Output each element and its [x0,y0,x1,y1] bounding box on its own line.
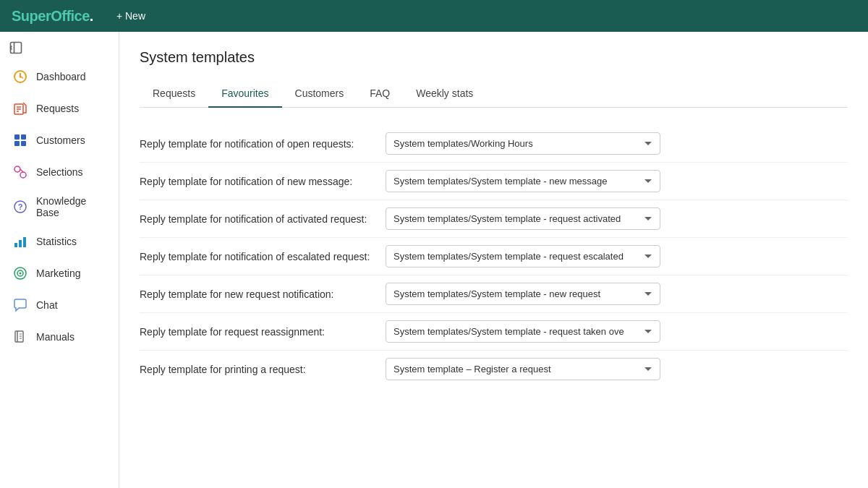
sidebar-item-marketing[interactable]: Marketing [0,257,119,289]
svg-rect-16 [14,243,17,247]
knowledge-base-icon: ? [12,198,29,215]
svg-rect-0 [11,43,22,53]
sidebar-item-label: Knowledge Base [36,195,107,218]
sidebar-item-label: Customers [36,134,85,146]
form-select-wrap: System template – Register a request [386,358,660,380]
selections-icon [12,163,29,181]
tab-weekly-stats[interactable]: Weekly stats [403,80,486,108]
sidebar-item-label: Chat [36,299,58,311]
sidebar-item-label: Requests [36,103,79,114]
sidebar-item-knowledge-base[interactable]: ? Knowledge Base [0,188,119,226]
select-escalated-request[interactable]: System templates/System template - reque… [386,245,660,267]
form-label: Reply template for notification of open … [140,138,386,150]
form-row-new-request-notification: Reply template for new request notificat… [140,275,848,313]
form-row-activated-request: Reply template for notification of activ… [140,200,848,238]
svg-point-12 [14,166,20,172]
form-select-wrap: System templates/System template - reque… [386,245,660,267]
select-new-message[interactable]: System templates/System template - new m… [386,170,660,192]
svg-rect-18 [23,237,26,247]
svg-rect-10 [14,141,20,146]
tab-customers[interactable]: Customers [282,80,357,108]
form-select-wrap: System templates/System template - new r… [386,283,660,305]
sidebar-item-chat[interactable]: Chat [0,289,119,321]
tabs: Requests Favourites Customers FAQ Weekly… [140,80,848,108]
form-select-wrap: System templates/System template - reque… [386,207,660,230]
select-activated-request[interactable]: System templates/System template - reque… [386,207,660,230]
form-row-printing-request: Reply template for printing a request: S… [140,351,848,388]
sidebar-item-statistics[interactable]: Statistics [0,226,119,257]
statistics-icon [12,233,29,250]
manuals-icon [12,328,29,346]
svg-text:?: ? [18,202,23,211]
form-section: Reply template for notification of open … [140,125,848,388]
svg-rect-17 [19,240,22,247]
form-label: Reply template for request reassignment: [140,326,386,338]
form-label: Reply template for new request notificat… [140,288,386,300]
topbar: SuperOffice. + New [0,0,868,32]
svg-rect-9 [21,134,26,140]
form-row-new-message: Reply template for notification of new m… [140,163,848,200]
customers-icon [12,132,29,149]
svg-rect-22 [15,331,23,342]
sidebar-collapse-button[interactable] [0,35,119,61]
form-label: Reply template for notification of escal… [140,251,386,262]
page-title: System templates [140,49,848,66]
select-request-reassignment[interactable]: System templates/System template - reque… [386,320,660,343]
tab-faq[interactable]: FAQ [357,80,403,108]
sidebar-item-label: Manuals [36,331,75,343]
form-row-escalated-request: Reply template for notification of escal… [140,238,848,275]
sidebar-item-dashboard[interactable]: Dashboard [0,61,119,93]
dashboard-icon [12,68,29,85]
sidebar-item-label: Statistics [36,236,77,247]
tab-favourites[interactable]: Favourites [208,80,281,108]
form-row-open-requests: Reply template for notification of open … [140,125,848,163]
select-open-requests[interactable]: System templates/Working Hours [386,132,660,155]
svg-rect-8 [14,134,20,140]
form-label: Reply template for notification of activ… [140,213,386,225]
sidebar-item-manuals[interactable]: Manuals [0,321,119,353]
marketing-icon [12,265,29,282]
tab-requests[interactable]: Requests [140,80,208,108]
form-row-request-reassignment: Reply template for request reassignment:… [140,313,848,351]
svg-rect-11 [21,141,26,146]
main-content: System templates Requests Favourites Cus… [119,32,868,488]
form-label: Reply template for notification of new m… [140,176,386,187]
select-printing-request[interactable]: System template – Register a request [386,358,660,380]
sidebar-item-selections[interactable]: Selections [0,156,119,188]
form-label: Reply template for printing a request: [140,364,386,375]
sidebar-item-label: Dashboard [36,71,86,82]
sidebar-item-requests[interactable]: Requests [0,93,119,124]
form-select-wrap: System templates/Working Hours [386,132,660,155]
sidebar-item-label: Marketing [36,267,80,279]
form-select-wrap: System templates/System template - new m… [386,170,660,192]
sidebar: Dashboard Requests [0,32,119,488]
sidebar-item-label: Selections [36,166,83,178]
sidebar-item-customers[interactable]: Customers [0,124,119,156]
form-select-wrap: System templates/System template - reque… [386,320,660,343]
layout: Dashboard Requests [0,32,868,488]
chat-icon [12,296,29,314]
logo: SuperOffice. [12,8,93,25]
select-new-request-notification[interactable]: System templates/System template - new r… [386,283,660,305]
svg-point-13 [20,172,26,178]
svg-point-3 [20,76,22,78]
svg-point-21 [20,273,22,275]
new-button[interactable]: + New [116,10,145,22]
requests-icon [12,100,29,117]
